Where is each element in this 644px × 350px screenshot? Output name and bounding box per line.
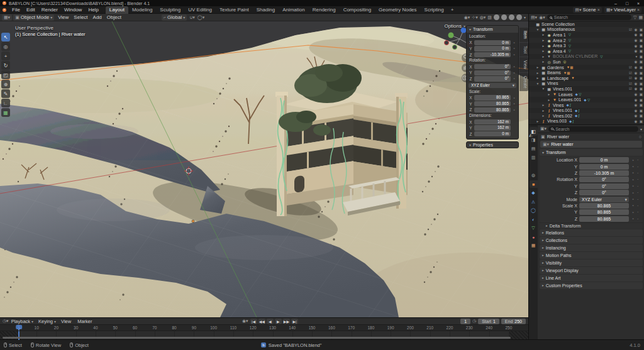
timeline-menu[interactable]: Marker xyxy=(77,319,93,324)
workspace-tab[interactable]: Compositing xyxy=(340,6,375,14)
unlink-scene-icon[interactable]: × xyxy=(597,8,600,12)
expand-caret-icon[interactable]: ▾ xyxy=(536,28,540,31)
editor-type-selector[interactable]: ▦▾ xyxy=(2,14,12,21)
playhead[interactable] xyxy=(18,325,19,331)
workspace-tab[interactable]: Rendering xyxy=(309,6,340,14)
transform-panel-header[interactable]: ▾Transform xyxy=(467,26,518,33)
outliner-row[interactable]: ▸ BOOLEAN CYLINDER xyxy=(529,54,644,60)
tool-button[interactable]: ↖ xyxy=(1,33,10,41)
timeline-menu[interactable]: View xyxy=(61,319,72,324)
visibility-toggle-icons[interactable] xyxy=(629,71,643,75)
shading-mode-button[interactable] xyxy=(509,14,514,20)
playback-button[interactable]: ◀ xyxy=(267,319,274,324)
outliner-item-label[interactable]: Area 2 xyxy=(553,38,566,43)
overlays-icon[interactable]: ◍▾ xyxy=(480,15,486,20)
lock-icon[interactable]: ▫ xyxy=(512,53,516,57)
workspace-tab[interactable]: UV Editing xyxy=(184,6,216,14)
current-frame-field[interactable]: 1 xyxy=(460,319,470,324)
value-field[interactable]: Scale: xyxy=(469,89,511,94)
value-field[interactable]: 0° xyxy=(474,76,511,81)
expand-caret-icon[interactable]: ▸ xyxy=(536,71,540,75)
snap-magnet-icon[interactable]: ∪▾ xyxy=(189,15,195,20)
outliner-item-label[interactable]: Beams xyxy=(547,70,561,75)
use-preview-range-icon[interactable]: ◷ xyxy=(472,319,476,324)
workspace-tab[interactable]: Geometry Nodes xyxy=(375,6,420,14)
visibility-toggle-icons[interactable] xyxy=(634,103,643,107)
auto-keying-icon[interactable]: ◉▾ xyxy=(242,319,248,324)
expand-caret-icon[interactable]: ▸ xyxy=(541,38,545,42)
viewport-menu[interactable]: Object xyxy=(104,14,124,20)
outliner-row[interactable]: ▾ Vines.001 xyxy=(529,86,644,92)
outliner-item-label[interactable]: Vines.001 xyxy=(553,87,572,91)
outliner-row[interactable]: ▸ Leaves.001 xyxy=(529,97,644,102)
outliner-item-label[interactable]: Scene Collection xyxy=(541,22,575,26)
transform-field-row[interactable]: Y 80.865 ▫ xyxy=(469,101,516,107)
outliner-search-input[interactable]: Search xyxy=(547,14,631,20)
visibility-toggle-icons[interactable] xyxy=(634,49,643,53)
gizmo-y-neg[interactable] xyxy=(453,45,457,50)
properties-search-input[interactable]: Search xyxy=(548,126,638,132)
value-field[interactable]: Dimensions: xyxy=(469,113,511,118)
value-field[interactable]: XYZ Euler xyxy=(469,83,516,88)
transform-field-row[interactable]: X 162 m ▫ xyxy=(469,119,516,125)
end-frame-field[interactable]: End250 xyxy=(501,319,526,324)
expand-caret-icon[interactable]: ▸ xyxy=(536,119,540,123)
value-field[interactable]: -10.305 m xyxy=(474,52,511,57)
outliner-row[interactable]: ▾ Vines xyxy=(529,81,644,87)
workspace-tab[interactable]: Shading xyxy=(253,6,279,14)
properties-panel-collapsed[interactable]: ▾Properties xyxy=(466,141,519,148)
outliner-filter-icon[interactable]: ▽ xyxy=(633,15,636,20)
timeline-ruler[interactable]: 1102030405060708090100110120130140150160… xyxy=(0,325,528,331)
tool-button[interactable]: ⊕ xyxy=(1,80,10,89)
properties-options-icon[interactable]: ▾ xyxy=(640,127,642,131)
outliner-row[interactable]: ▸ Gardens xyxy=(529,65,644,70)
expand-caret-icon[interactable]: ▸ xyxy=(541,114,545,118)
expand-caret-icon[interactable]: ▸ xyxy=(541,49,545,53)
viewport-menu[interactable]: View xyxy=(55,14,71,20)
outliner-item-label[interactable]: Area 3 xyxy=(553,43,566,48)
expand-caret-icon[interactable]: ▸ xyxy=(547,92,551,96)
transform-field-row[interactable]: XYZ Euler ▫ xyxy=(469,82,516,89)
timeline-editor[interactable]: ◷▾ Playback▾ Keying▾ View Marker xyxy=(0,317,528,339)
properties-editor-type-icon[interactable]: ▣▾ xyxy=(540,126,547,131)
value-field[interactable]: 0 m xyxy=(474,131,511,136)
properties-tab[interactable] xyxy=(530,163,538,170)
lock-icon[interactable]: ▫ xyxy=(512,77,516,80)
visibility-toggle-icons[interactable] xyxy=(629,82,643,85)
scene-selector[interactable]: ▤▾ Scene × xyxy=(573,7,602,13)
outliner-item-label[interactable]: BOOLEAN CYLINDER xyxy=(553,54,597,58)
expand-caret-icon[interactable]: ▸ xyxy=(541,44,545,48)
outliner-item-label[interactable]: Vines.002 xyxy=(553,114,572,118)
window-control-button[interactable]: □ xyxy=(621,1,633,6)
expand-caret-icon[interactable]: ▸ xyxy=(547,98,551,102)
transform-field-row[interactable]: X 80.865 ▫ xyxy=(469,95,516,101)
transform-field-row[interactable]: Z -10.305 m ▫ xyxy=(469,52,516,58)
visibility-toggle-icons[interactable] xyxy=(634,98,643,102)
workspace-tab[interactable]: Texture Paint xyxy=(216,6,253,14)
expand-caret-icon[interactable]: ▸ xyxy=(541,103,545,107)
value-field[interactable]: 0° xyxy=(474,70,511,75)
transform-orientation-selector[interactable]: ⌐ Global ▾ xyxy=(162,14,187,21)
value-field[interactable]: 80.865 xyxy=(474,95,511,100)
transform-field-row[interactable]: Scale: ▫ xyxy=(469,89,516,95)
lock-icon[interactable]: ▫ xyxy=(512,65,516,68)
workspace-tab[interactable]: Scripting xyxy=(421,6,448,14)
remove-viewlayer-icon[interactable]: × xyxy=(637,8,640,12)
playback-button[interactable]: ▶▶ xyxy=(283,319,290,324)
n-panel-tab[interactable]: Create xyxy=(519,73,528,92)
menu-item[interactable]: File xyxy=(9,7,23,13)
timeline-editor-type-icon[interactable]: ◷▾ xyxy=(3,319,9,324)
expand-caret-icon[interactable]: ▸ xyxy=(541,33,545,36)
outliner-row[interactable]: ▸ Beams xyxy=(529,70,644,75)
value-field[interactable]: Location: xyxy=(469,34,511,39)
lock-icon[interactable]: ▫ xyxy=(512,96,516,100)
visibility-toggle-icons[interactable] xyxy=(634,92,643,96)
expand-caret-icon[interactable]: ▾ xyxy=(536,82,540,85)
property-value-field[interactable]: XYZ Euler xyxy=(579,197,629,202)
expand-caret-icon[interactable]: ▸ xyxy=(541,109,545,112)
blender-menu-icon[interactable] xyxy=(3,8,6,12)
workspace-tab[interactable]: Sculpting xyxy=(156,6,184,14)
outliner-item-label[interactable]: Leaves xyxy=(558,92,573,97)
viewport-menu[interactable]: Add xyxy=(91,14,104,20)
timeline-menu[interactable]: Keying▾ xyxy=(38,319,56,324)
